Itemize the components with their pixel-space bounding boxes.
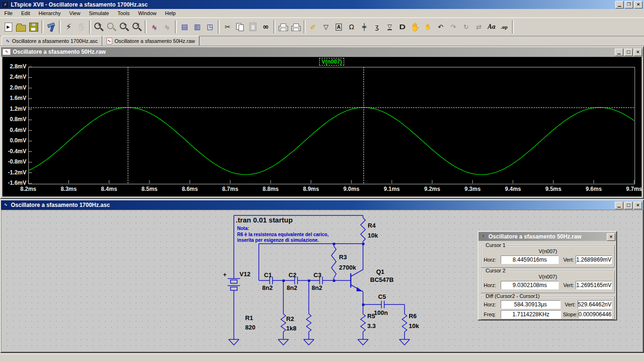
- wave-close-button[interactable]: ×: [634, 49, 642, 56]
- run-icon[interactable]: ⚡: [62, 20, 75, 33]
- component-value-r4[interactable]: 10k: [368, 232, 378, 239]
- component-name-v12[interactable]: V12: [239, 271, 250, 278]
- open-file-icon[interactable]: [15, 20, 27, 33]
- cursor1-horz-value: 8.4459016ms: [501, 255, 559, 264]
- tab-waveform[interactable]: ∿ Oscillatore a sfasamento 50Hz.raw: [102, 36, 199, 46]
- menu-file[interactable]: File: [0, 9, 17, 17]
- component-value-c1[interactable]: 8n2: [262, 284, 272, 291]
- wave-maximize-button[interactable]: □: [624, 49, 633, 56]
- component-name-c1[interactable]: C1: [264, 272, 272, 279]
- autorange-y-axis-icon[interactable]: ∿: [148, 20, 161, 33]
- component-name-c5[interactable]: C5: [378, 293, 386, 300]
- cursor2-line[interactable]: [363, 67, 364, 183]
- cascade-windows-icon[interactable]: ◳: [204, 20, 216, 33]
- cursor1-line[interactable]: [128, 67, 129, 183]
- restore-button[interactable]: ❐: [625, 1, 633, 8]
- print-glyph: [279, 26, 288, 31]
- cut-icon[interactable]: ✂: [221, 20, 234, 33]
- component-name-r6[interactable]: R6: [409, 313, 417, 320]
- menu-window[interactable]: Window: [134, 9, 161, 17]
- zoom-out-icon[interactable]: −: [118, 20, 131, 33]
- sch-close-button[interactable]: ×: [634, 202, 642, 209]
- ltspice-app: ⚡ LTspice XVII - Oscillatore a sfasament…: [0, 0, 644, 362]
- tile-horizontal-icon[interactable]: ▤: [178, 20, 191, 33]
- x-tick-label: 9.7ms: [621, 186, 644, 192]
- waveform-window-titlebar[interactable]: ∿ Oscillatore a sfasamento 50Hz.raw ▁ □ …: [1, 47, 643, 57]
- x-tick-label: 8.9ms: [298, 186, 324, 192]
- menu-view[interactable]: View: [65, 9, 85, 17]
- component-value-r3[interactable]: 2700k: [339, 264, 356, 271]
- zoom-full-extents-icon[interactable]: ×: [131, 20, 143, 33]
- tile-vertical-icon[interactable]: ▥: [191, 20, 204, 33]
- x-tick-label: 8.7ms: [217, 186, 243, 192]
- capacitor-icon[interactable]: ╪: [358, 20, 371, 33]
- schematic-window-titlebar[interactable]: ∿ Oscillatore a sfasamento 1700Hz.asc ▁ …: [1, 200, 643, 210]
- close-button[interactable]: ×: [634, 1, 643, 8]
- component-name-r2[interactable]: R2: [286, 315, 294, 322]
- save-icon[interactable]: [27, 20, 40, 33]
- move-icon[interactable]: ✋: [409, 20, 421, 33]
- component-value-r2[interactable]: 1k8: [286, 325, 297, 332]
- component-name-r5[interactable]: R5: [367, 313, 375, 320]
- component-value-r1[interactable]: 820: [245, 324, 256, 331]
- component-value-c3[interactable]: 8n2: [312, 284, 322, 291]
- label-net-icon[interactable]: A: [332, 20, 345, 33]
- drag-icon[interactable]: ✋: [421, 20, 434, 33]
- cursor-horizontal-line[interactable]: [28, 107, 634, 108]
- inductor-icon[interactable]: ʒ: [371, 20, 383, 33]
- new-schematic-icon[interactable]: ▶: [2, 20, 15, 33]
- halt-glyph: ✋: [77, 21, 86, 33]
- ground-icon[interactable]: ▽: [320, 20, 332, 33]
- note-line-2[interactable]: R6 è la resistenza equivalente del caric…: [237, 232, 329, 237]
- control-panel-glyph: [46, 22, 57, 32]
- draw-wire-icon[interactable]: ✏: [307, 20, 320, 33]
- menu-hierarchy[interactable]: Hierarchy: [34, 9, 65, 17]
- note-line-3[interactable]: inserita per esigenze di simulazione.: [237, 238, 319, 243]
- tab-schematic[interactable]: ∿ Oscillatore a sfasamento 1700Hz.asc: [1, 36, 102, 46]
- component-name-q1[interactable]: Q1: [376, 268, 384, 275]
- app-titlebar[interactable]: ⚡ LTspice XVII - Oscillatore a sfasament…: [0, 0, 644, 9]
- text-icon[interactable]: Aa: [485, 20, 498, 33]
- cursor-dialog-titlebar[interactable]: ⚡ Oscillatore a sfasamento 50Hz.raw ×: [479, 232, 616, 241]
- waveform-plot-area[interactable]: V(n007) 2.8mV2.4mV2.0mV1.6mV1.2mV0.8mV0.…: [1, 57, 643, 198]
- component-name-c2[interactable]: C2: [289, 272, 297, 279]
- component-name-r3[interactable]: R3: [339, 254, 347, 261]
- zoom-back-icon: [105, 20, 118, 33]
- app-title: LTspice XVII - Oscillatore a sfasamento …: [11, 1, 148, 8]
- minimize-button[interactable]: ▁: [615, 1, 624, 8]
- menu-edit[interactable]: Edit: [17, 9, 34, 17]
- toolbar-separator: [89, 20, 91, 33]
- print-icon[interactable]: [277, 20, 289, 33]
- component-value-r5[interactable]: 3.3: [367, 322, 376, 329]
- component-icon[interactable]: D: [396, 20, 409, 33]
- mirror-glyph: ⇄: [476, 21, 482, 33]
- y-tick-label: 2.8mV: [2, 63, 26, 70]
- zoom-back-glyph: [107, 22, 116, 32]
- sch-minimize-button[interactable]: ▁: [615, 202, 623, 209]
- zoom-in-icon[interactable]: +: [92, 20, 105, 33]
- cursor-dialog-close-button[interactable]: ×: [607, 233, 615, 241]
- component-value-q1[interactable]: BC547B: [370, 276, 394, 283]
- diff-group: Diff (Cursor2 - Cursor1) Horz: 584.30913…: [481, 296, 615, 320]
- sch-maximize-button[interactable]: □: [624, 202, 633, 209]
- menu-simulate[interactable]: Simulate: [84, 9, 113, 17]
- spice-directive-text[interactable]: .tran 0.01 startup: [236, 216, 293, 224]
- copy-icon[interactable]: [234, 20, 247, 33]
- control-panel-icon[interactable]: [45, 20, 58, 33]
- component-name-r4[interactable]: R4: [368, 222, 376, 229]
- component-name-c3[interactable]: C3: [314, 272, 322, 279]
- menu-tools[interactable]: Tools: [113, 9, 134, 17]
- component-name-r1[interactable]: R1: [245, 314, 253, 321]
- note-line-1[interactable]: Nota:: [237, 226, 249, 231]
- component-value-c5[interactable]: 100n: [374, 309, 388, 316]
- spice-directive-icon[interactable]: .op: [498, 20, 511, 33]
- resistor-icon[interactable]: Ω: [345, 20, 358, 33]
- find-icon[interactable]: ∞: [259, 20, 272, 33]
- diode-icon[interactable]: ▽: [383, 20, 396, 33]
- undo-icon[interactable]: ↶: [434, 20, 447, 33]
- wave-minimize-button[interactable]: ▁: [615, 49, 623, 56]
- component-value-r6[interactable]: 10k: [409, 322, 419, 329]
- component-value-c2[interactable]: 8n2: [287, 284, 297, 291]
- menu-help[interactable]: Help: [161, 9, 180, 17]
- print-preview-icon[interactable]: [289, 20, 302, 33]
